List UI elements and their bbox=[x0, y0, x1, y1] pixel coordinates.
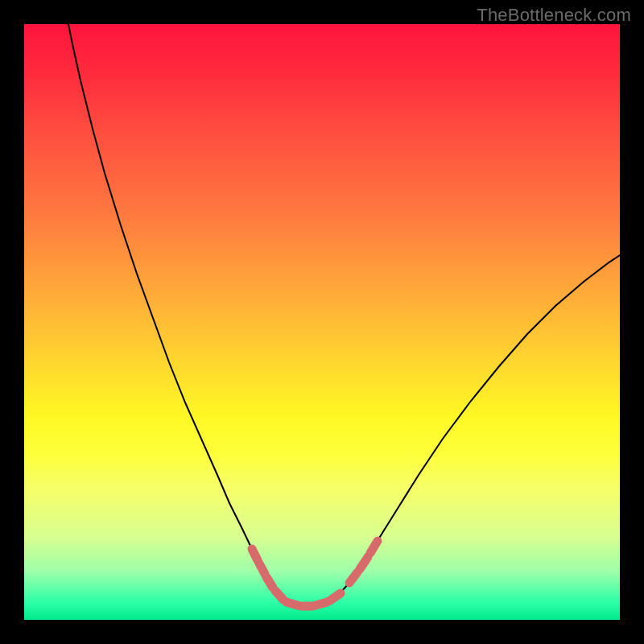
highlight-segment bbox=[275, 591, 283, 600]
chart-plot-area bbox=[24, 24, 620, 620]
chart-overlay-svg bbox=[24, 24, 620, 620]
highlight-segment bbox=[287, 602, 298, 605]
highlight-segment bbox=[266, 577, 273, 588]
highlight-segment bbox=[370, 541, 378, 553]
highlight-segment bbox=[330, 593, 341, 601]
highlight-segment bbox=[316, 602, 327, 605]
highlight-segment bbox=[252, 549, 258, 560]
bottleneck-curve bbox=[68, 24, 620, 606]
outer-frame: TheBottleneck.com bbox=[0, 0, 644, 644]
highlight-segment bbox=[360, 557, 368, 569]
watermark-text: TheBottleneck.com bbox=[477, 5, 631, 26]
highlighted-segments bbox=[252, 541, 378, 606]
highlight-segment bbox=[349, 572, 357, 583]
highlight-segment bbox=[259, 564, 265, 574]
